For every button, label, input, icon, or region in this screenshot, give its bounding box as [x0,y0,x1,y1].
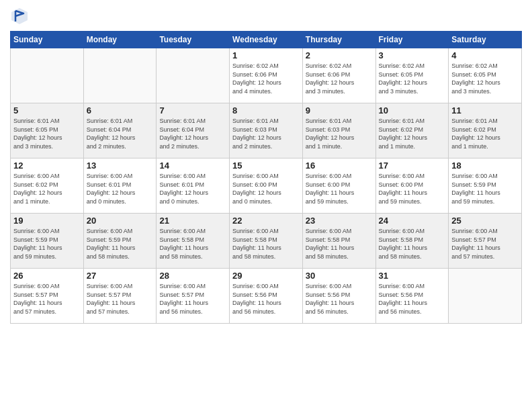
day-number: 18 [451,161,519,171]
day-number: 6 [87,105,154,116]
calendar-cell: 6Sunrise: 6:01 AM Sunset: 6:04 PM Daylig… [83,103,157,158]
day-info: Sunrise: 6:01 AM Sunset: 6:04 PM Dayligh… [159,117,226,150]
day-number: 7 [159,105,226,116]
calendar-cell: 29Sunrise: 6:00 AM Sunset: 5:56 PM Dayli… [230,269,303,324]
weekday-header-row: SundayMondayTuesdayWednesdayThursdayFrid… [11,32,522,48]
calendar-cell: 5Sunrise: 6:01 AM Sunset: 6:05 PM Daylig… [11,103,84,158]
day-number: 23 [306,216,373,226]
day-info: Sunrise: 6:01 AM Sunset: 6:02 PM Dayligh… [379,117,446,150]
day-info: Sunrise: 6:01 AM Sunset: 6:04 PM Dayligh… [87,117,154,150]
day-info: Sunrise: 6:00 AM Sunset: 5:57 PM Dayligh… [451,227,519,261]
calendar-cell: 1Sunrise: 6:02 AM Sunset: 6:06 PM Daylig… [230,48,303,103]
calendar-cell: 17Sunrise: 6:00 AM Sunset: 6:00 PM Dayli… [375,158,449,214]
calendar: SundayMondayTuesdayWednesdayThursdayFrid… [10,31,522,324]
calendar-cell [11,48,84,103]
day-info: Sunrise: 6:01 AM Sunset: 6:03 PM Dayligh… [306,117,373,150]
weekday-header-friday: Friday [375,32,449,48]
day-info: Sunrise: 6:00 AM Sunset: 5:58 PM Dayligh… [379,227,446,261]
weekday-header-sunday: Sunday [11,32,84,48]
day-info: Sunrise: 6:00 AM Sunset: 5:58 PM Dayligh… [159,227,226,261]
day-number: 26 [13,271,81,281]
calendar-cell: 15Sunrise: 6:00 AM Sunset: 6:00 PM Dayli… [230,158,303,214]
calendar-cell: 24Sunrise: 6:00 AM Sunset: 5:58 PM Dayli… [375,214,449,269]
main-container: SundayMondayTuesdayWednesdayThursdayFrid… [0,0,532,330]
weekday-header-monday: Monday [83,32,157,48]
logo [10,7,32,26]
calendar-cell [449,269,522,324]
day-number: 29 [232,271,300,281]
calendar-cell: 28Sunrise: 6:00 AM Sunset: 5:57 PM Dayli… [157,269,230,324]
calendar-cell: 20Sunrise: 6:00 AM Sunset: 5:59 PM Dayli… [83,214,157,269]
calendar-cell: 31Sunrise: 6:00 AM Sunset: 5:56 PM Dayli… [375,269,449,324]
svg-marker-0 [11,8,28,24]
day-number: 10 [379,105,446,116]
day-info: Sunrise: 6:00 AM Sunset: 5:58 PM Dayligh… [232,227,300,261]
day-number: 28 [159,271,226,281]
day-number: 27 [87,271,154,281]
week-row-2: 5Sunrise: 6:01 AM Sunset: 6:05 PM Daylig… [11,103,522,158]
day-info: Sunrise: 6:01 AM Sunset: 6:02 PM Dayligh… [451,117,519,150]
calendar-cell: 18Sunrise: 6:00 AM Sunset: 5:59 PM Dayli… [449,158,522,214]
day-info: Sunrise: 6:00 AM Sunset: 5:59 PM Dayligh… [13,227,81,261]
calendar-cell: 19Sunrise: 6:00 AM Sunset: 5:59 PM Dayli… [11,214,84,269]
day-info: Sunrise: 6:00 AM Sunset: 5:57 PM Dayligh… [159,282,226,316]
calendar-cell: 16Sunrise: 6:00 AM Sunset: 6:00 PM Dayli… [302,158,375,214]
calendar-cell: 22Sunrise: 6:00 AM Sunset: 5:58 PM Dayli… [230,214,303,269]
day-number: 9 [306,105,373,116]
day-info: Sunrise: 6:01 AM Sunset: 6:05 PM Dayligh… [13,117,81,150]
day-info: Sunrise: 6:00 AM Sunset: 5:56 PM Dayligh… [379,282,446,316]
calendar-cell: 21Sunrise: 6:00 AM Sunset: 5:58 PM Dayli… [157,214,230,269]
calendar-cell: 7Sunrise: 6:01 AM Sunset: 6:04 PM Daylig… [157,103,230,158]
day-info: Sunrise: 6:02 AM Sunset: 6:06 PM Dayligh… [306,62,373,95]
calendar-cell: 10Sunrise: 6:01 AM Sunset: 6:02 PM Dayli… [375,103,449,158]
calendar-cell: 8Sunrise: 6:01 AM Sunset: 6:03 PM Daylig… [230,103,303,158]
calendar-cell: 26Sunrise: 6:00 AM Sunset: 5:57 PM Dayli… [11,269,84,324]
week-row-4: 19Sunrise: 6:00 AM Sunset: 5:59 PM Dayli… [11,214,522,269]
day-info: Sunrise: 6:00 AM Sunset: 6:02 PM Dayligh… [13,172,81,205]
day-info: Sunrise: 6:00 AM Sunset: 5:58 PM Dayligh… [306,227,373,261]
day-number: 30 [306,271,373,281]
day-number: 17 [379,161,446,171]
day-number: 13 [87,161,154,171]
calendar-cell: 13Sunrise: 6:00 AM Sunset: 6:01 PM Dayli… [83,158,157,214]
calendar-cell [157,48,230,103]
logo-icon [10,7,29,26]
day-info: Sunrise: 6:00 AM Sunset: 5:56 PM Dayligh… [232,282,300,316]
day-info: Sunrise: 6:02 AM Sunset: 6:05 PM Dayligh… [451,62,519,95]
day-info: Sunrise: 6:01 AM Sunset: 6:03 PM Dayligh… [232,117,300,150]
weekday-header-thursday: Thursday [302,32,375,48]
day-number: 11 [451,105,519,116]
calendar-cell: 9Sunrise: 6:01 AM Sunset: 6:03 PM Daylig… [302,103,375,158]
day-info: Sunrise: 6:00 AM Sunset: 6:00 PM Dayligh… [379,172,446,205]
day-number: 14 [159,161,226,171]
calendar-cell: 27Sunrise: 6:00 AM Sunset: 5:57 PM Dayli… [83,269,157,324]
day-info: Sunrise: 6:00 AM Sunset: 5:59 PM Dayligh… [451,172,519,205]
week-row-3: 12Sunrise: 6:00 AM Sunset: 6:02 PM Dayli… [11,158,522,214]
day-info: Sunrise: 6:00 AM Sunset: 6:01 PM Dayligh… [87,172,154,205]
day-info: Sunrise: 6:00 AM Sunset: 5:57 PM Dayligh… [13,282,81,316]
day-info: Sunrise: 6:00 AM Sunset: 6:00 PM Dayligh… [232,172,300,205]
day-info: Sunrise: 6:00 AM Sunset: 6:00 PM Dayligh… [306,172,373,205]
calendar-cell: 25Sunrise: 6:00 AM Sunset: 5:57 PM Dayli… [449,214,522,269]
day-number: 20 [87,216,154,226]
calendar-cell [83,48,157,103]
week-row-1: 1Sunrise: 6:02 AM Sunset: 6:06 PM Daylig… [11,48,522,103]
calendar-cell: 12Sunrise: 6:00 AM Sunset: 6:02 PM Dayli… [11,158,84,214]
day-info: Sunrise: 6:02 AM Sunset: 6:05 PM Dayligh… [379,62,446,95]
day-number: 16 [306,161,373,171]
header [10,7,522,26]
weekday-header-tuesday: Tuesday [157,32,230,48]
day-number: 12 [13,161,81,171]
week-row-5: 26Sunrise: 6:00 AM Sunset: 5:57 PM Dayli… [11,269,522,324]
day-number: 31 [379,271,446,281]
day-number: 19 [13,216,81,226]
weekday-header-wednesday: Wednesday [230,32,303,48]
calendar-cell: 14Sunrise: 6:00 AM Sunset: 6:01 PM Dayli… [157,158,230,214]
day-number: 1 [232,50,300,60]
day-number: 15 [232,161,300,171]
calendar-cell: 11Sunrise: 6:01 AM Sunset: 6:02 PM Dayli… [449,103,522,158]
day-number: 22 [232,216,300,226]
calendar-cell: 2Sunrise: 6:02 AM Sunset: 6:06 PM Daylig… [302,48,375,103]
calendar-cell: 4Sunrise: 6:02 AM Sunset: 6:05 PM Daylig… [449,48,522,103]
day-number: 5 [13,105,81,116]
